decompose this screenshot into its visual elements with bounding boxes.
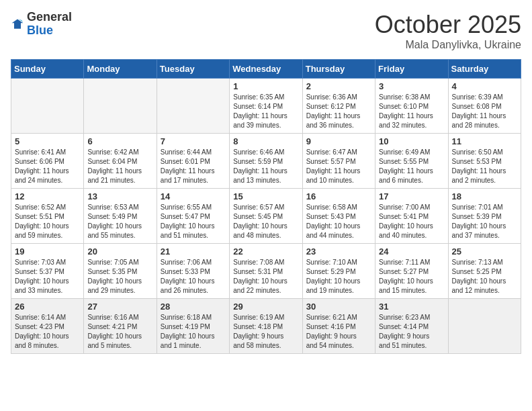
day-number: 28	[161, 302, 226, 312]
day-number: 25	[452, 246, 517, 257]
calendar-cell	[448, 299, 521, 354]
location: Mala Danylivka, Ukraine	[375, 39, 521, 51]
logo-text: General Blue	[27, 11, 72, 38]
day-info: Sunrise: 7:10 AM Sunset: 5:29 PM Dayligh…	[306, 258, 371, 295]
day-number: 10	[379, 136, 444, 146]
day-number: 31	[379, 302, 444, 312]
day-number: 17	[379, 191, 444, 201]
day-info: Sunrise: 6:42 AM Sunset: 6:04 PM Dayligh…	[87, 148, 152, 185]
weekday-header: Tuesday	[157, 60, 229, 79]
day-number: 7	[161, 136, 226, 146]
calendar-cell: 19Sunrise: 7:03 AM Sunset: 5:37 PM Dayli…	[11, 244, 84, 299]
calendar-cell: 17Sunrise: 7:00 AM Sunset: 5:41 PM Dayli…	[375, 189, 448, 244]
calendar-cell: 27Sunrise: 6:16 AM Sunset: 4:21 PM Dayli…	[84, 299, 157, 354]
logo-icon	[11, 17, 24, 31]
day-number: 2	[306, 81, 371, 91]
day-info: Sunrise: 6:19 AM Sunset: 4:18 PM Dayligh…	[233, 313, 298, 351]
day-number: 26	[15, 302, 80, 312]
calendar-cell: 3Sunrise: 6:38 AM Sunset: 6:10 PM Daylig…	[375, 79, 448, 134]
calendar-cell: 28Sunrise: 6:18 AM Sunset: 4:19 PM Dayli…	[157, 299, 229, 354]
day-number: 13	[87, 191, 152, 201]
calendar-week-row: 1Sunrise: 6:35 AM Sunset: 6:14 PM Daylig…	[11, 79, 521, 134]
day-info: Sunrise: 7:01 AM Sunset: 5:39 PM Dayligh…	[452, 203, 517, 240]
day-number: 11	[452, 136, 517, 146]
day-info: Sunrise: 7:06 AM Sunset: 5:33 PM Dayligh…	[161, 258, 226, 295]
day-info: Sunrise: 6:16 AM Sunset: 4:21 PM Dayligh…	[87, 313, 152, 351]
calendar-cell: 20Sunrise: 7:05 AM Sunset: 5:35 PM Dayli…	[84, 244, 157, 299]
day-info: Sunrise: 6:44 AM Sunset: 6:01 PM Dayligh…	[161, 148, 226, 185]
calendar-cell: 22Sunrise: 7:08 AM Sunset: 5:31 PM Dayli…	[230, 244, 302, 299]
day-info: Sunrise: 6:50 AM Sunset: 5:53 PM Dayligh…	[452, 148, 517, 185]
day-info: Sunrise: 7:08 AM Sunset: 5:31 PM Dayligh…	[233, 258, 298, 295]
day-info: Sunrise: 6:39 AM Sunset: 6:08 PM Dayligh…	[452, 93, 517, 130]
day-number: 23	[306, 246, 371, 257]
day-info: Sunrise: 6:49 AM Sunset: 5:55 PM Dayligh…	[379, 148, 444, 185]
calendar-week-row: 12Sunrise: 6:52 AM Sunset: 5:51 PM Dayli…	[11, 189, 521, 244]
calendar-cell: 2Sunrise: 6:36 AM Sunset: 6:12 PM Daylig…	[302, 79, 375, 134]
calendar-cell: 8Sunrise: 6:46 AM Sunset: 5:59 PM Daylig…	[230, 134, 302, 189]
calendar-cell: 30Sunrise: 6:21 AM Sunset: 4:16 PM Dayli…	[302, 299, 375, 354]
calendar-cell: 1Sunrise: 6:35 AM Sunset: 6:14 PM Daylig…	[230, 79, 302, 134]
day-number: 24	[379, 246, 444, 257]
calendar-week-row: 26Sunrise: 6:14 AM Sunset: 4:23 PM Dayli…	[11, 299, 521, 354]
weekday-header: Thursday	[302, 60, 375, 79]
day-number: 18	[452, 191, 517, 201]
day-number: 20	[87, 246, 152, 257]
calendar-cell: 18Sunrise: 7:01 AM Sunset: 5:39 PM Dayli…	[448, 189, 521, 244]
day-info: Sunrise: 6:36 AM Sunset: 6:12 PM Dayligh…	[306, 93, 371, 130]
day-number: 12	[15, 191, 80, 201]
weekday-header: Sunday	[11, 60, 84, 79]
day-number: 14	[161, 191, 226, 201]
calendar-cell: 16Sunrise: 6:58 AM Sunset: 5:43 PM Dayli…	[302, 189, 375, 244]
day-info: Sunrise: 6:47 AM Sunset: 5:57 PM Dayligh…	[306, 148, 371, 185]
day-info: Sunrise: 7:11 AM Sunset: 5:27 PM Dayligh…	[379, 258, 444, 295]
month-title: October 2025	[375, 11, 521, 39]
calendar-cell: 13Sunrise: 6:53 AM Sunset: 5:49 PM Dayli…	[84, 189, 157, 244]
calendar-cell: 7Sunrise: 6:44 AM Sunset: 6:01 PM Daylig…	[157, 134, 229, 189]
day-info: Sunrise: 7:13 AM Sunset: 5:25 PM Dayligh…	[452, 258, 517, 295]
day-number: 22	[233, 246, 298, 257]
day-info: Sunrise: 7:05 AM Sunset: 5:35 PM Dayligh…	[87, 258, 152, 295]
weekday-header: Wednesday	[230, 60, 302, 79]
day-info: Sunrise: 6:21 AM Sunset: 4:16 PM Dayligh…	[306, 313, 371, 351]
day-info: Sunrise: 6:14 AM Sunset: 4:23 PM Dayligh…	[15, 313, 80, 351]
calendar-cell: 6Sunrise: 6:42 AM Sunset: 6:04 PM Daylig…	[84, 134, 157, 189]
weekday-header: Friday	[375, 60, 448, 79]
calendar-cell: 12Sunrise: 6:52 AM Sunset: 5:51 PM Dayli…	[11, 189, 84, 244]
day-number: 30	[306, 302, 371, 312]
calendar-cell	[157, 79, 229, 134]
day-number: 21	[161, 246, 226, 257]
day-info: Sunrise: 6:52 AM Sunset: 5:51 PM Dayligh…	[15, 203, 80, 240]
day-info: Sunrise: 6:41 AM Sunset: 6:06 PM Dayligh…	[15, 148, 80, 185]
day-number: 27	[87, 302, 152, 312]
day-number: 9	[306, 136, 371, 146]
day-number: 4	[452, 81, 517, 91]
day-number: 5	[15, 136, 80, 146]
calendar-cell: 24Sunrise: 7:11 AM Sunset: 5:27 PM Dayli…	[375, 244, 448, 299]
calendar-cell	[84, 79, 157, 134]
day-number: 29	[233, 302, 298, 312]
title-block: October 2025 Mala Danylivka, Ukraine	[375, 11, 521, 51]
day-number: 16	[306, 191, 371, 201]
day-info: Sunrise: 6:53 AM Sunset: 5:49 PM Dayligh…	[87, 203, 152, 240]
calendar-cell: 9Sunrise: 6:47 AM Sunset: 5:57 PM Daylig…	[302, 134, 375, 189]
logo: General Blue	[11, 11, 72, 38]
calendar-week-row: 19Sunrise: 7:03 AM Sunset: 5:37 PM Dayli…	[11, 244, 521, 299]
calendar-cell	[11, 79, 84, 134]
calendar-cell: 14Sunrise: 6:55 AM Sunset: 5:47 PM Dayli…	[157, 189, 229, 244]
day-info: Sunrise: 6:58 AM Sunset: 5:43 PM Dayligh…	[306, 203, 371, 240]
weekday-header: Saturday	[448, 60, 521, 79]
calendar-cell: 11Sunrise: 6:50 AM Sunset: 5:53 PM Dayli…	[448, 134, 521, 189]
weekday-header: Monday	[84, 60, 157, 79]
day-info: Sunrise: 6:57 AM Sunset: 5:45 PM Dayligh…	[233, 203, 298, 240]
day-number: 1	[233, 81, 298, 91]
calendar-cell: 5Sunrise: 6:41 AM Sunset: 6:06 PM Daylig…	[11, 134, 84, 189]
day-info: Sunrise: 7:03 AM Sunset: 5:37 PM Dayligh…	[15, 258, 80, 295]
day-info: Sunrise: 6:38 AM Sunset: 6:10 PM Dayligh…	[379, 93, 444, 130]
day-info: Sunrise: 6:55 AM Sunset: 5:47 PM Dayligh…	[161, 203, 226, 240]
calendar-cell: 29Sunrise: 6:19 AM Sunset: 4:18 PM Dayli…	[230, 299, 302, 354]
day-info: Sunrise: 6:46 AM Sunset: 5:59 PM Dayligh…	[233, 148, 298, 185]
calendar-cell: 31Sunrise: 6:23 AM Sunset: 4:14 PM Dayli…	[375, 299, 448, 354]
calendar-cell: 25Sunrise: 7:13 AM Sunset: 5:25 PM Dayli…	[448, 244, 521, 299]
calendar-cell: 21Sunrise: 7:06 AM Sunset: 5:33 PM Dayli…	[157, 244, 229, 299]
